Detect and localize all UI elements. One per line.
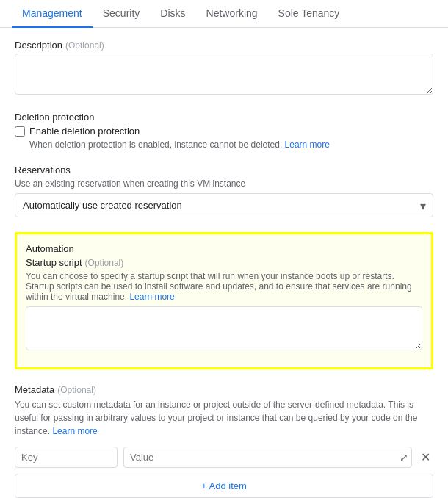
metadata-label: Metadata(Optional) — [15, 384, 433, 395]
tab-management[interactable]: Management — [12, 0, 93, 28]
metadata-value-wrapper: ⤢ — [123, 447, 412, 468]
tab-security[interactable]: Security — [93, 0, 151, 28]
expand-icon[interactable]: ⤢ — [400, 452, 408, 463]
startup-script-section: Startup script(Optional) You can choose … — [26, 257, 422, 353]
metadata-kv-row: ⤢ ✕ — [15, 447, 433, 468]
startup-script-textarea[interactable] — [26, 306, 422, 350]
main-content: Description(Optional) Deletion protectio… — [0, 28, 448, 498]
startup-script-label: Startup script(Optional) — [26, 257, 422, 268]
add-item-button[interactable]: + Add item — [15, 474, 433, 498]
metadata-key-input[interactable] — [15, 447, 118, 468]
deletion-protection-help: When deletion protection is enabled, ins… — [29, 140, 433, 150]
reservations-select-wrapper: Automatically use created reservation Se… — [15, 193, 433, 217]
automation-label: Automation — [26, 243, 422, 254]
deletion-protection-checkbox[interactable] — [15, 126, 25, 137]
description-textarea[interactable] — [15, 54, 433, 95]
metadata-delete-button[interactable]: ✕ — [418, 449, 433, 466]
metadata-value-input[interactable] — [123, 447, 412, 468]
reservations-section: Reservations Use an existing reservation… — [15, 165, 433, 217]
metadata-section: Metadata(Optional) You can set custom me… — [15, 384, 433, 498]
description-section: Description(Optional) — [15, 40, 433, 97]
deletion-protection-section: Deletion protection Enable deletion prot… — [15, 112, 433, 150]
metadata-learn-more[interactable]: Learn more — [52, 426, 97, 436]
description-label: Description(Optional) — [15, 40, 433, 51]
tab-sole-tenancy[interactable]: Sole Tenancy — [268, 0, 350, 28]
tab-networking[interactable]: Networking — [196, 0, 268, 28]
deletion-protection-label: Deletion protection — [15, 112, 433, 123]
startup-script-description: You can choose to specify a startup scri… — [26, 271, 422, 302]
deletion-protection-checkbox-label[interactable]: Enable deletion protection — [29, 126, 140, 137]
automation-section: Automation Startup script(Optional) You … — [15, 232, 433, 369]
metadata-description: You can set custom metadata for an insta… — [15, 398, 433, 438]
tab-bar: Management Security Disks Networking Sol… — [0, 0, 448, 28]
deletion-protection-learn-more[interactable]: Learn more — [285, 140, 330, 150]
startup-script-learn-more[interactable]: Learn more — [129, 292, 174, 302]
tab-disks[interactable]: Disks — [150, 0, 195, 28]
reservations-label: Reservations — [15, 165, 433, 176]
reservations-sublabel: Use an existing reservation when creatin… — [15, 178, 433, 189]
reservations-select[interactable]: Automatically use created reservation Se… — [15, 193, 433, 217]
metadata-key-wrapper — [15, 447, 118, 468]
deletion-protection-row: Enable deletion protection — [15, 126, 433, 137]
